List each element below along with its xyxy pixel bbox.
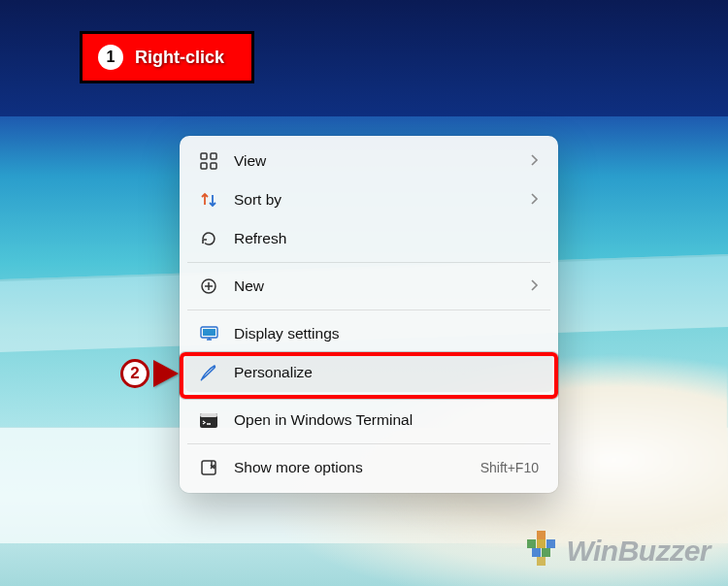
menu-separator	[187, 309, 550, 310]
svg-rect-2	[201, 163, 207, 169]
menu-separator	[187, 262, 550, 263]
svg-rect-6	[203, 329, 215, 336]
menu-shortcut: Shift+F10	[480, 460, 539, 475]
menu-item-personalize[interactable]: Personalize	[185, 353, 552, 392]
step-1-label: Right-click	[135, 48, 224, 68]
svg-rect-1	[211, 153, 216, 159]
chevron-right-icon	[529, 191, 539, 209]
watermark-logo-icon	[523, 529, 560, 572]
menu-label: New	[234, 277, 513, 295]
menu-separator	[187, 443, 550, 444]
menu-item-refresh[interactable]: Refresh	[185, 219, 552, 258]
menu-item-display-settings[interactable]: Display settings	[185, 314, 552, 353]
step-1-badge: 1	[98, 45, 123, 70]
menu-label: Open in Windows Terminal	[234, 411, 539, 429]
chevron-right-icon	[529, 277, 539, 295]
svg-rect-0	[201, 153, 207, 159]
menu-item-show-more-options[interactable]: Show more options Shift+F10	[185, 448, 552, 487]
menu-item-view[interactable]: View	[185, 142, 552, 180]
terminal-icon	[199, 410, 218, 430]
menu-item-new[interactable]: New	[185, 267, 552, 306]
watermark: WinBuzzer	[523, 529, 711, 572]
view-icon	[199, 151, 218, 171]
sort-icon	[199, 190, 218, 210]
display-icon	[199, 324, 218, 343]
svg-rect-11	[527, 539, 536, 548]
menu-label: Refresh	[234, 230, 539, 247]
menu-item-windows-terminal[interactable]: Open in Windows Terminal	[185, 401, 552, 440]
refresh-icon	[199, 229, 218, 248]
menu-label: Display settings	[234, 325, 539, 342]
svg-rect-16	[537, 557, 546, 566]
arrow-right-icon	[153, 360, 179, 387]
watermark-text: WinBuzzer	[566, 535, 711, 568]
desktop-context-menu: View Sort by Refresh	[180, 136, 558, 493]
menu-label: Show more options	[234, 459, 465, 476]
svg-rect-13	[546, 539, 555, 548]
menu-label: Personalize	[234, 364, 539, 381]
svg-rect-8	[200, 413, 217, 417]
chevron-right-icon	[529, 152, 539, 170]
personalize-icon	[199, 363, 218, 382]
step-2-badge: 2	[120, 359, 149, 388]
svg-rect-10	[537, 531, 546, 539]
svg-rect-14	[532, 548, 541, 557]
new-icon	[199, 277, 218, 296]
annotation-step-2: 2	[120, 359, 179, 388]
menu-label: View	[234, 152, 513, 170]
show-more-icon	[199, 458, 218, 477]
annotation-step-1: 1 Right-click	[80, 31, 254, 83]
menu-separator	[187, 396, 550, 397]
svg-rect-15	[542, 548, 550, 557]
svg-rect-12	[537, 539, 546, 548]
menu-label: Sort by	[234, 191, 513, 209]
menu-item-sort-by[interactable]: Sort by	[185, 180, 552, 219]
svg-rect-3	[211, 163, 216, 169]
